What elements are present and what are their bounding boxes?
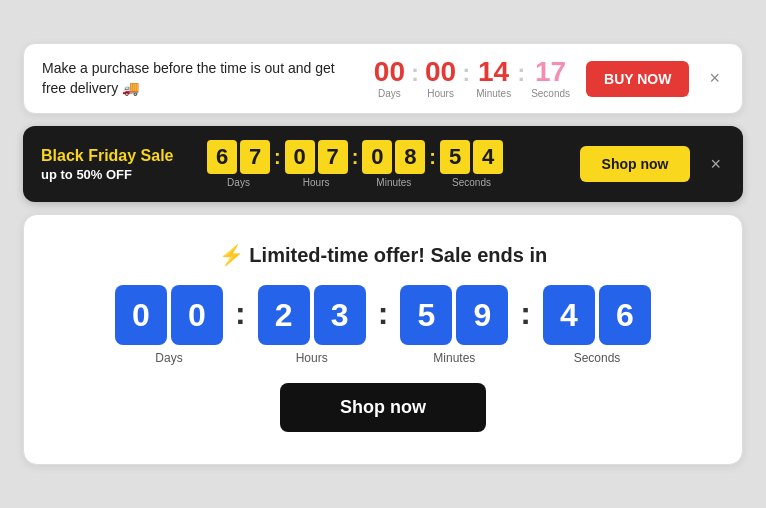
sale-seconds-d2: 6 xyxy=(599,285,651,345)
sale-hours-label: Hours xyxy=(296,351,328,365)
seconds-label: Seconds xyxy=(531,88,570,99)
minutes-unit: 14 Minutes xyxy=(476,58,511,99)
delivery-message: Make a purchase before the time is out a… xyxy=(42,59,358,98)
close-bf-button[interactable]: × xyxy=(706,150,725,179)
bf-seconds-label: Seconds xyxy=(452,177,491,188)
bf-minutes-label: Minutes xyxy=(376,177,411,188)
days-label: Days xyxy=(378,88,401,99)
bf-days-d1: 6 xyxy=(207,140,237,174)
sale-hours: 2 3 Hours xyxy=(258,285,366,365)
bf-line1: Black Friday Sale xyxy=(41,147,191,165)
bf-hours: 0 7 Hours xyxy=(285,140,348,188)
bf-line2: up to 50% OFF xyxy=(41,167,191,182)
sale-days-d1: 0 xyxy=(115,285,167,345)
bf-hours-digits: 0 7 xyxy=(285,140,348,174)
bf-hours-label: Hours xyxy=(303,177,330,188)
buy-now-button[interactable]: BUY NOW xyxy=(586,61,689,97)
minutes-value: 14 xyxy=(478,58,509,86)
bf-minutes: 0 8 Minutes xyxy=(362,140,425,188)
hours-unit: 00 Hours xyxy=(425,58,456,99)
bf-colon-1: : xyxy=(274,146,281,183)
sale-seconds-label: Seconds xyxy=(574,351,621,365)
bf-hours-d1: 0 xyxy=(285,140,315,174)
bf-minutes-d1: 0 xyxy=(362,140,392,174)
sale-title: ⚡ Limited-time offer! Sale ends in xyxy=(219,243,547,267)
bf-days-label: Days xyxy=(227,177,250,188)
seconds-unit: 17 Seconds xyxy=(531,58,570,99)
sale-minutes-d1: 5 xyxy=(400,285,452,345)
bf-minutes-digits: 0 8 xyxy=(362,140,425,174)
seconds-value: 17 xyxy=(535,58,566,86)
blackfriday-banner: Black Friday Sale up to 50% OFF 6 7 Days… xyxy=(23,126,743,202)
sale-hours-d2: 3 xyxy=(314,285,366,345)
bf-seconds-d2: 4 xyxy=(473,140,503,174)
close-delivery-button[interactable]: × xyxy=(705,64,724,93)
sale-banner: ⚡ Limited-time offer! Sale ends in 0 0 D… xyxy=(23,214,743,465)
sale-seconds-d1: 4 xyxy=(543,285,595,345)
sale-colon-3: : xyxy=(520,295,531,356)
shop-now-bf-button[interactable]: Shop now xyxy=(580,146,691,182)
sale-days-label: Days xyxy=(155,351,182,365)
sale-hours-digits: 2 3 xyxy=(258,285,366,345)
days-value: 00 xyxy=(374,58,405,86)
sale-minutes-d2: 9 xyxy=(456,285,508,345)
bf-days-digits: 6 7 xyxy=(207,140,270,174)
days-unit: 00 Days xyxy=(374,58,405,99)
colon-2: : xyxy=(462,59,470,98)
delivery-countdown: 00 Days : 00 Hours : 14 Minutes : 17 Sec… xyxy=(374,58,570,99)
bf-days: 6 7 Days xyxy=(207,140,270,188)
shop-now-sale-button[interactable]: Shop now xyxy=(280,383,486,432)
sale-colon-2: : xyxy=(378,295,389,356)
sale-days: 0 0 Days xyxy=(115,285,223,365)
sale-hours-d1: 2 xyxy=(258,285,310,345)
sale-colon-1: : xyxy=(235,295,246,356)
bf-colon-2: : xyxy=(352,146,359,183)
bf-seconds: 5 4 Seconds xyxy=(440,140,503,188)
bf-seconds-digits: 5 4 xyxy=(440,140,503,174)
sale-days-digits: 0 0 xyxy=(115,285,223,345)
bf-colon-3: : xyxy=(429,146,436,183)
sale-seconds: 4 6 Seconds xyxy=(543,285,651,365)
bf-title: Black Friday Sale up to 50% OFF xyxy=(41,147,191,182)
sale-seconds-digits: 4 6 xyxy=(543,285,651,345)
hours-value: 00 xyxy=(425,58,456,86)
bf-hours-d2: 7 xyxy=(318,140,348,174)
hours-label: Hours xyxy=(427,88,454,99)
sale-minutes-digits: 5 9 xyxy=(400,285,508,345)
colon-1: : xyxy=(411,59,419,98)
bf-minutes-d2: 8 xyxy=(395,140,425,174)
bf-countdown: 6 7 Days : 0 7 Hours : 0 8 Minutes : 5 4 xyxy=(207,140,503,188)
bf-seconds-d1: 5 xyxy=(440,140,470,174)
colon-3: : xyxy=(517,59,525,98)
minutes-label: Minutes xyxy=(476,88,511,99)
sale-minutes: 5 9 Minutes xyxy=(400,285,508,365)
delivery-banner: Make a purchase before the time is out a… xyxy=(23,43,743,114)
sale-days-d2: 0 xyxy=(171,285,223,345)
bf-days-d2: 7 xyxy=(240,140,270,174)
sale-minutes-label: Minutes xyxy=(433,351,475,365)
sale-countdown: 0 0 Days : 2 3 Hours : 5 9 Minutes : 4 6 xyxy=(115,285,651,365)
